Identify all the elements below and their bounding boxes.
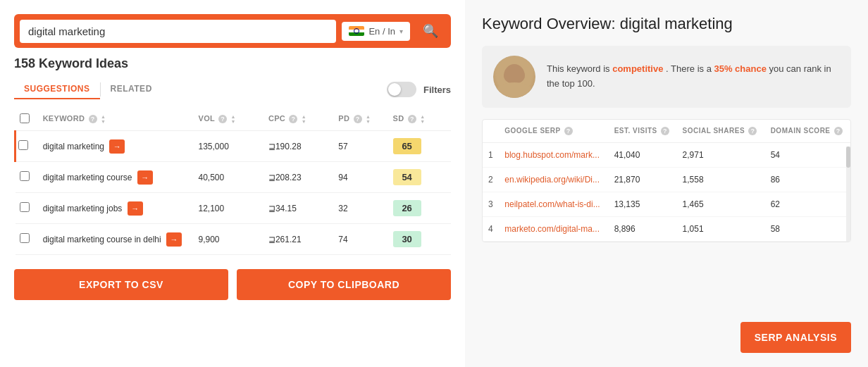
filters-label[interactable]: Filters [423, 85, 451, 95]
serp-google-info-icon[interactable]: ? [564, 127, 573, 135]
col-header-checkbox [16, 108, 39, 131]
tabs: SUGGESTIONS RELATED [14, 80, 162, 99]
overview-title-prefix: Keyword Overview: [482, 15, 616, 32]
serp-domain-info-icon[interactable]: ? [834, 127, 843, 135]
vol-cell: 9,900 [194, 224, 264, 255]
cpc-cell: ⊒261.21 [264, 224, 334, 255]
search-bar: En / In ▾ 🔍 [14, 14, 451, 48]
pd-info-icon[interactable]: ? [354, 115, 362, 123]
vol-info-icon[interactable]: ? [218, 115, 227, 123]
tabs-filters-row: SUGGESTIONS RELATED Filters [14, 80, 451, 99]
sd-sort-icon[interactable]: ▲▼ [420, 114, 425, 124]
serp-shares-info-icon[interactable]: ? [748, 127, 757, 135]
cpc-cell: ⊒208.23 [264, 162, 334, 193]
row-checkbox-2[interactable] [20, 202, 30, 212]
tab-suggestions[interactable]: SUGGESTIONS [14, 80, 100, 99]
pd-cell: 94 [334, 162, 388, 193]
competitive-label: competitive [612, 63, 663, 74]
keyword-arrow-btn[interactable]: → [137, 170, 153, 185]
overview-desc-1: This keyword is [547, 63, 612, 74]
search-icon: 🔍 [423, 23, 438, 39]
serp-visits: 21,870 [609, 167, 677, 192]
keyword-cell: digital marketing course → [39, 162, 194, 193]
sd-cell: 26 [389, 193, 451, 224]
keyword-arrow-btn[interactable]: → [128, 201, 143, 216]
vol-cell: 135,000 [194, 131, 264, 162]
serp-url[interactable]: en.wikipedia.org/wiki/Di... [499, 167, 608, 192]
vol-cell: 12,100 [194, 193, 264, 224]
scrollbar[interactable] [846, 147, 850, 242]
search-button[interactable]: 🔍 [416, 18, 445, 44]
scrollbar-thumb[interactable] [846, 147, 850, 168]
serp-url[interactable]: neilpatel.com/what-is-di... [499, 192, 608, 216]
sd-badge: 54 [393, 169, 421, 185]
overview-title: Keyword Overview: digital marketing [482, 14, 851, 35]
serp-col-domain: DOMAIN SCORE ? [765, 120, 850, 143]
pd-cell: 32 [334, 193, 388, 224]
vol-sort-icon[interactable]: ▲▼ [231, 114, 236, 124]
keyword-cell: digital marketing course in delhi → [39, 224, 194, 255]
serp-row: 4 marketo.com/digital-ma... 8,896 1,051 … [483, 216, 850, 241]
col-header-cpc: CPC ? ▲▼ [264, 108, 334, 131]
serp-url[interactable]: marketo.com/digital-ma... [499, 216, 608, 241]
row-checkbox-3[interactable] [20, 233, 30, 243]
filters-row: Filters [387, 82, 451, 97]
serp-row: 3 neilpatel.com/what-is-di... 13,135 1,4… [483, 192, 850, 216]
row-checkbox-cell [16, 224, 39, 255]
serp-col-visits: EST. VISITS ? [609, 120, 677, 143]
serp-url[interactable]: blog.hubspot.com/mark... [499, 142, 608, 167]
serp-score: 58 [765, 216, 850, 241]
keyword-arrow-btn[interactable]: → [166, 232, 182, 247]
serp-col-google: GOOGLE SERP ? [499, 120, 608, 143]
vol-cell: 40,500 [194, 162, 264, 193]
keyword-table: KEYWORD ? ▲▼ VOL ? ▲▼ CPC ? ▲▼ PD ? [14, 108, 451, 255]
row-checkbox-cell [16, 193, 39, 224]
row-checkbox-1[interactable] [20, 171, 30, 181]
tab-related[interactable]: RELATED [101, 80, 162, 99]
serp-analysis-button[interactable]: SERP Analysis [740, 322, 851, 353]
chance-label: 35% chance [714, 63, 766, 74]
language-selector[interactable]: En / In ▾ [342, 22, 410, 41]
keyword-sort-icon[interactable]: ▲▼ [101, 114, 106, 124]
serp-shares: 1,051 [677, 216, 765, 241]
keyword-info-icon[interactable]: ? [89, 115, 97, 123]
cpc-cell: ⊒34.15 [264, 193, 334, 224]
serp-col-shares: SOCIAL SHARES ? [677, 120, 765, 143]
serp-shares: 1,558 [677, 167, 765, 192]
keyword-cell: digital marketing jobs → [39, 193, 194, 224]
serp-row: 2 en.wikipedia.org/wiki/Di... 21,870 1,5… [483, 167, 850, 192]
serp-visits-info-icon[interactable]: ? [661, 127, 669, 135]
sd-cell: 65 [389, 131, 451, 162]
avatar [493, 56, 535, 98]
col-header-sd: SD ? ▲▼ [389, 108, 451, 131]
cpc-sort-icon[interactable]: ▲▼ [302, 114, 306, 124]
overview-info-card: This keyword is competitive . There is a… [482, 46, 851, 108]
copy-clipboard-button[interactable]: Copy to Clipboard [237, 269, 451, 300]
table-row: digital marketing → 135,000 ⊒190.28 57 6… [16, 131, 452, 162]
serp-visits: 8,896 [609, 216, 677, 241]
pd-sort-icon[interactable]: ▲▼ [366, 114, 371, 124]
overview-title-keyword: digital marketing [620, 15, 733, 32]
select-all-checkbox[interactable] [20, 113, 30, 123]
bottom-buttons: Export to CSV Copy to Clipboard [14, 269, 451, 300]
right-panel: Keyword Overview: digital marketing This… [465, 0, 868, 367]
serp-rank: 2 [483, 167, 499, 192]
keyword-arrow-btn[interactable]: → [109, 139, 125, 154]
col-header-pd: PD ? ▲▼ [334, 108, 388, 131]
serp-shares: 2,971 [677, 142, 765, 167]
search-input[interactable] [20, 20, 336, 43]
serp-row: 1 blog.hubspot.com/mark... 41,040 2,971 … [483, 142, 850, 167]
filters-toggle[interactable] [387, 82, 416, 97]
sd-info-icon[interactable]: ? [408, 115, 416, 123]
serp-rank: 4 [483, 216, 499, 241]
chevron-down-icon: ▾ [399, 27, 403, 35]
table-row: digital marketing course → 40,500 ⊒208.2… [16, 162, 452, 193]
left-panel: En / In ▾ 🔍 158 Keyword Ideas SUGGESTION… [0, 0, 465, 367]
pd-cell: 57 [334, 131, 388, 162]
sd-cell: 54 [389, 162, 451, 193]
india-flag-icon [349, 26, 364, 36]
export-csv-button[interactable]: Export to CSV [14, 269, 228, 300]
row-checkbox-0[interactable] [18, 140, 28, 150]
serp-score: 54 [765, 142, 850, 167]
cpc-info-icon[interactable]: ? [289, 115, 297, 123]
